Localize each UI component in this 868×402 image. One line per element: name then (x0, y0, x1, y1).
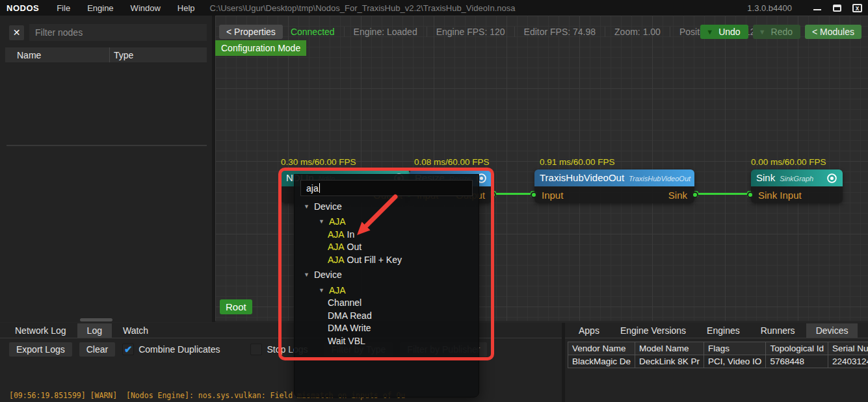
column-name[interactable]: Name (5, 50, 109, 60)
tree-item-dma-write[interactable]: DMA Write (295, 322, 479, 335)
graph-toolbar-right: ▼Undo ▼Redo < Modules (700, 23, 861, 40)
pin-input[interactable]: Input (542, 190, 563, 201)
header-serial: Serial Number (828, 342, 868, 355)
tab-apps[interactable]: Apps (569, 323, 609, 338)
tree-expand-icon[interactable]: ▼ (319, 287, 324, 294)
tab-watch[interactable]: Watch (113, 323, 158, 338)
minimize-button[interactable] (811, 3, 822, 13)
connection-status: Connected (283, 27, 344, 37)
node-fps-label: 0.08 ms/60.00 FPS (414, 157, 490, 167)
node-fps-label: 0.91 ms/60.00 FPS (540, 157, 615, 167)
devices-table-header: Vendor Name Model Name Flags Topological… (568, 342, 868, 355)
header-topological-id: Topological Id (766, 342, 828, 355)
tree-item-aja-out-fill-key[interactable]: AJA Out Fill + Key (295, 253, 479, 266)
menu-engine[interactable]: Engine (79, 3, 122, 13)
tab-engine-versions[interactable]: Engine Versions (611, 323, 696, 338)
sink-input-pin-dot[interactable] (747, 192, 754, 198)
node-list-header: Name Type (5, 47, 207, 62)
cell-model: DeckLink 8K Pr (635, 355, 704, 368)
tree-item-dma-read[interactable]: DMA Read (295, 309, 479, 322)
node-class-label: SinkGraph (780, 175, 813, 182)
cell-vendor: BlackMagic De (568, 355, 635, 368)
combine-duplicates-toggle[interactable]: ✔ Combine Duplicates (122, 344, 220, 355)
filter-nodes-input[interactable] (29, 24, 207, 41)
editor-fps: Editor FPS: 74.98 (514, 27, 605, 37)
configuration-mode-badge: Configuration Mode (215, 40, 306, 56)
title-bar: NODOS File Engine Window Help C:\Users\U… (0, 0, 868, 16)
list-divider (7, 145, 207, 146)
node-fps-label: 0.30 ms/60.00 FPS (281, 157, 356, 167)
cell-flags: PCI, Video IO (704, 355, 766, 368)
header-model: Model Name (635, 342, 704, 355)
properties-button[interactable]: < Properties (219, 25, 283, 39)
node-search-input[interactable]: aja (300, 180, 473, 196)
horizontal-scrollbar[interactable] (80, 318, 112, 321)
app-logo: NODOS (0, 3, 48, 13)
devices-table: Vendor Name Model Name Flags Topological… (568, 342, 868, 368)
node-sink[interactable]: 0.00 ms/60.00 FPS Sink SinkGraph Sink In… (751, 170, 843, 203)
tree-group-device[interactable]: ▼ Device (295, 269, 479, 282)
device-row[interactable]: BlackMagic De DeckLink 8K Pr PCI, Video … (568, 355, 868, 368)
engine-status: Engine: Loaded (344, 27, 427, 37)
tab-runners[interactable]: Runners (751, 323, 805, 338)
menu-window[interactable]: Window (122, 3, 169, 13)
pin-sink[interactable]: Sink (668, 190, 687, 201)
node-fps-label: 0.00 ms/60.00 FPS (751, 157, 826, 167)
input-pin-dot[interactable] (531, 192, 537, 198)
graph-toolbar: < Properties Connected Engine: Loaded En… (219, 23, 772, 40)
menu-file[interactable]: File (48, 3, 79, 13)
export-logs-button[interactable]: Export Logs (9, 342, 72, 357)
clear-filter-button[interactable]: ✕ (9, 25, 24, 40)
tree-group-aja[interactable]: ▼ AJA (295, 216, 479, 229)
tree-expand-icon[interactable]: ▼ (319, 218, 324, 225)
tree-item-channel[interactable]: Channel (295, 297, 479, 310)
version-label: 1.3.0.b4400 (747, 3, 792, 13)
cell-topological-id: 5768448 (766, 355, 828, 368)
pin-sink-input[interactable]: Sink Input (758, 190, 802, 201)
wire-traxishub-to-sink[interactable] (694, 193, 751, 195)
clear-logs-button[interactable]: Clear (79, 342, 115, 357)
header-flags: Flags (704, 342, 766, 355)
redo-button[interactable]: ▼Redo (753, 25, 800, 39)
maximize-button[interactable] (832, 3, 843, 13)
column-type[interactable]: Type (109, 47, 207, 62)
document-path: C:\Users\Ugur\Desktop\tmp\Nodos_For_Trax… (210, 3, 516, 13)
checkbox-checked-icon: ✔ (122, 344, 134, 355)
tab-log[interactable]: Log (77, 323, 112, 338)
tab-engines[interactable]: Engines (697, 323, 750, 338)
header-vendor: Vendor Name (568, 342, 635, 355)
sink-pin-dot[interactable] (692, 192, 698, 198)
tree-item-wait-vbl[interactable]: Wait VBL (295, 334, 479, 347)
undo-button[interactable]: ▼Undo (700, 25, 748, 39)
tab-network-log[interactable]: Network Log (5, 323, 76, 338)
node-list-panel: ✕ Name Type (0, 16, 212, 322)
node-title: TraxisHubVideoOut (540, 170, 624, 186)
tree-group-aja[interactable]: ▼ AJA (295, 284, 479, 297)
node-class-label: TraxisHubVideoOut (629, 175, 690, 182)
maximize-icon (833, 5, 841, 12)
root-graph-badge[interactable]: Root (220, 299, 252, 314)
node-category-tree: ▼ Device ▼ AJA AJA In AJA Out AJA Out Fi… (295, 200, 479, 347)
tab-devices[interactable]: Devices (806, 323, 858, 338)
menu-help[interactable]: Help (169, 3, 204, 13)
minimize-icon (813, 5, 821, 10)
tree-expand-icon[interactable]: ▼ (304, 203, 309, 210)
tree-group-device[interactable]: ▼ Device (295, 200, 479, 213)
tree-item-aja-out[interactable]: AJA Out (295, 241, 479, 254)
close-icon: x (852, 4, 862, 12)
tree-item-aja-in[interactable]: AJA In (295, 228, 479, 241)
modules-button[interactable]: < Modules (805, 25, 861, 39)
output-pin-dot[interactable] (490, 192, 496, 198)
text-caret (319, 183, 320, 193)
zoom-level: Zoom: 1.00 (605, 27, 670, 37)
node-traxishub-videoout[interactable]: 0.91 ms/60.00 FPS TraxisHubVideoOut Trax… (534, 170, 694, 203)
tree-expand-icon[interactable]: ▼ (304, 271, 309, 278)
checkbox-unchecked-icon (250, 344, 262, 355)
visibility-eye-icon[interactable] (826, 173, 837, 184)
engine-fps: Engine FPS: 120 (427, 27, 514, 37)
close-button[interactable]: x (852, 3, 863, 13)
nodos-window: NODOS File Engine Window Help C:\Users\U… (0, 0, 868, 402)
wire-resize-to-traxishub[interactable] (492, 193, 534, 195)
dropdown-triangle-icon: ▼ (706, 28, 713, 36)
dropdown-triangle-icon: ▼ (759, 28, 766, 36)
